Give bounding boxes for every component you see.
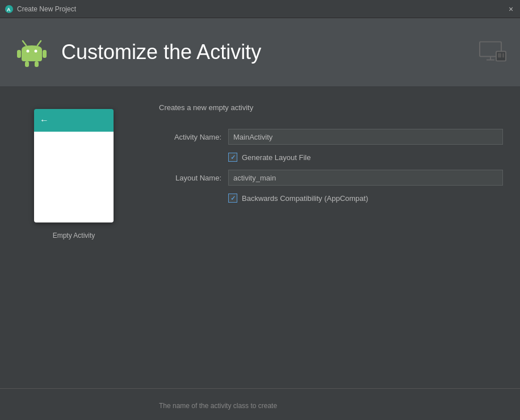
phone-top-bar: ← xyxy=(34,109,114,132)
generate-layout-checkbox-wrapper[interactable]: Generate Layout File xyxy=(228,153,311,162)
back-arrow-icon: ← xyxy=(40,115,49,125)
layout-name-row: Layout Name: xyxy=(159,170,503,186)
backwards-compat-label: Backwards Compatibility (AppCompat) xyxy=(242,194,368,203)
svg-rect-9 xyxy=(43,50,47,58)
activity-name-label: Activity Name: xyxy=(159,133,221,141)
backwards-compat-checkbox[interactable] xyxy=(228,194,237,203)
svg-rect-6 xyxy=(25,61,29,67)
title-bar-text: Create New Project xyxy=(17,5,506,13)
activity-name-input[interactable] xyxy=(228,129,503,145)
right-panel: Creates a new empty activity Activity Na… xyxy=(148,86,520,388)
activity-description: Creates a new empty activity xyxy=(159,103,503,112)
backwards-compat-checkbox-wrapper[interactable]: Backwards Compatibility (AppCompat) xyxy=(228,194,368,203)
svg-point-4 xyxy=(27,50,30,53)
generate-layout-checkbox[interactable] xyxy=(228,153,237,162)
svg-rect-15 xyxy=(502,53,504,58)
generate-layout-row: Generate Layout File xyxy=(228,153,503,162)
title-bar: A Create New Project × xyxy=(0,0,520,18)
activity-name-row: Activity Name: xyxy=(159,129,503,145)
page-title: Customize the Activity xyxy=(61,40,261,64)
android-studio-icon: A xyxy=(5,5,14,14)
layout-name-label: Layout Name: xyxy=(159,174,221,182)
svg-rect-7 xyxy=(35,61,39,67)
svg-rect-14 xyxy=(498,53,501,58)
hint-section: The name of the activity class to create xyxy=(0,388,520,420)
preview-label: Empty Activity xyxy=(53,232,95,240)
layout-name-input[interactable] xyxy=(228,170,503,186)
svg-line-2 xyxy=(23,41,26,45)
android-logo xyxy=(14,34,50,70)
svg-line-3 xyxy=(37,41,41,45)
svg-point-5 xyxy=(35,50,37,53)
monitor-icon xyxy=(479,41,506,64)
hint-text: The name of the activity class to create xyxy=(159,402,277,410)
phone-body xyxy=(34,132,114,222)
header: Customize the Activity xyxy=(0,18,520,86)
svg-rect-8 xyxy=(17,50,21,58)
phone-preview: ← xyxy=(34,109,114,222)
generate-layout-label: Generate Layout File xyxy=(242,153,311,162)
svg-text:A: A xyxy=(7,7,11,12)
main-content: ← Empty Activity Creates a new empty act… xyxy=(0,86,520,388)
close-button[interactable]: × xyxy=(506,5,515,14)
left-panel: ← Empty Activity xyxy=(0,86,148,388)
backwards-compat-row: Backwards Compatibility (AppCompat) xyxy=(228,194,503,203)
